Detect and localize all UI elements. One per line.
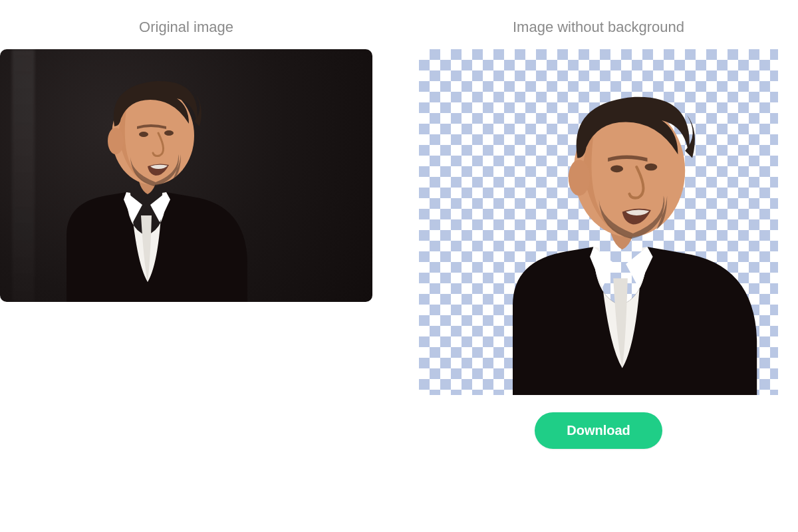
original-image-panel — [0, 49, 372, 302]
svg-point-6 — [610, 165, 623, 172]
svg-point-3 — [164, 130, 174, 136]
original-caption: Original image — [139, 19, 233, 36]
nobg-figure — [459, 72, 778, 395]
nobg-image-panel — [419, 49, 778, 395]
download-button[interactable]: Download — [535, 412, 662, 449]
svg-point-1 — [108, 128, 124, 154]
svg-point-5 — [569, 160, 590, 196]
original-figure — [27, 63, 266, 302]
svg-point-2 — [139, 132, 148, 137]
nobg-caption: Image without background — [513, 19, 684, 36]
svg-point-7 — [644, 164, 657, 171]
